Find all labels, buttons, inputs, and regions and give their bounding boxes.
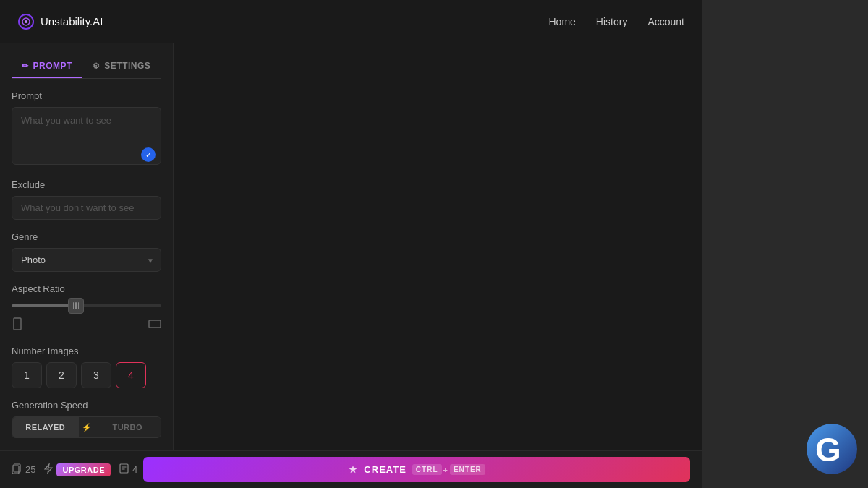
tab-bar: ✏ PROMPT ⚙ SETTINGS [12, 55, 161, 79]
tab-settings-label: SETTINGS [104, 61, 150, 71]
slider-line-2 [75, 302, 77, 309]
doc-count: 4 [132, 464, 137, 475]
speed-btn-relayed[interactable]: RELAYED [12, 417, 79, 437]
google-g-icon: G [807, 424, 857, 474]
num-btn-3[interactable]: 3 [81, 362, 111, 388]
speed-divider: ⚡ [79, 417, 95, 437]
kbd-plus: + [443, 466, 448, 474]
slider-line-1 [73, 302, 75, 309]
copy-icon [12, 463, 22, 476]
tab-prompt[interactable]: ✏ PROMPT [12, 55, 82, 78]
num-btn-2[interactable]: 2 [46, 362, 77, 388]
number-images-buttons: 1 2 3 4 [12, 362, 161, 388]
logo-text: Unstability.AI [41, 15, 103, 27]
prompt-input[interactable] [12, 107, 161, 165]
aspect-ratio-section: Aspect Ratio [12, 283, 161, 334]
svg-text:G: G [815, 431, 841, 468]
svg-rect-3 [14, 318, 21, 330]
stars-icon [348, 465, 358, 475]
slider-track [12, 304, 161, 307]
kbd-ctrl: Ctrl [412, 464, 442, 475]
tab-prompt-label: PROMPT [33, 61, 72, 71]
main-content: ✏ PROMPT ⚙ SETTINGS Prompt ✓ [0, 43, 702, 450]
genre-section: Genre Photo Art Illustration 3D Anime ▼ [12, 231, 161, 272]
upgrade-badge[interactable]: UPGRADE [56, 463, 111, 476]
number-images-section: Number Images 1 2 3 4 [12, 346, 161, 388]
pencil-icon: ✏ [22, 61, 29, 71]
num-btn-4[interactable]: 4 [116, 362, 146, 388]
genre-select-wrapper: Photo Art Illustration 3D Anime ▼ [12, 248, 161, 272]
create-label: CREATE [364, 464, 406, 475]
document-icon [119, 463, 129, 476]
tab-settings[interactable]: ⚙ SETTINGS [82, 55, 161, 78]
google-g-logo: G [807, 424, 857, 477]
bolt-icon [44, 463, 53, 476]
speed-btn-turbo[interactable]: TURBO [95, 417, 161, 437]
genre-select[interactable]: Photo Art Illustration 3D Anime [12, 248, 161, 272]
bottom-bar: 25 UPGRADE [0, 450, 702, 488]
nav-history[interactable]: History [596, 16, 628, 27]
left-panel: ✏ PROMPT ⚙ SETTINGS Prompt ✓ [0, 43, 174, 450]
slider-line-3 [78, 302, 80, 309]
generation-speed-section: Generation Speed RELAYED ⚡ TURBO [12, 400, 161, 438]
nav-account[interactable]: Account [647, 16, 684, 27]
stat-copy: 25 [12, 463, 35, 476]
aspect-ratio-container [12, 300, 161, 334]
outer-right: G [702, 0, 868, 488]
kbd-enter: Enter [450, 464, 485, 475]
landscape-aspect-icon[interactable] [148, 317, 161, 334]
exclude-section: Exclude [12, 179, 161, 220]
logo-icon [17, 13, 35, 30]
stat-bolt: UPGRADE [44, 463, 111, 476]
main-nav: Home History Account [548, 16, 684, 27]
logo: Unstability.AI [17, 13, 103, 30]
prompt-label: Prompt [12, 90, 161, 101]
create-button[interactable]: CREATE Ctrl + Enter [143, 457, 690, 482]
aspect-icons-row [12, 317, 161, 334]
exclude-label: Exclude [12, 179, 161, 190]
checkmark-icon: ✓ [141, 147, 156, 162]
svg-point-2 [25, 20, 27, 23]
num-btn-1[interactable]: 1 [12, 362, 42, 388]
exclude-input[interactable] [12, 196, 161, 220]
speed-buttons-group: RELAYED ⚡ TURBO [12, 416, 161, 438]
svg-rect-7 [120, 464, 128, 473]
right-panel [174, 43, 702, 450]
prompt-section: Prompt ✓ [12, 90, 161, 168]
gear-icon: ⚙ [93, 61, 101, 71]
generation-speed-label: Generation Speed [12, 400, 161, 411]
prompt-textarea-wrapper: ✓ [12, 107, 161, 168]
copy-count: 25 [25, 464, 35, 475]
number-images-label: Number Images [12, 346, 161, 356]
slider-thumb-lines [73, 302, 80, 309]
keyboard-hints: Ctrl + Enter [412, 464, 485, 475]
app-header: Unstability.AI Home History Account [0, 0, 702, 43]
nav-home[interactable]: Home [548, 16, 575, 27]
genre-label: Genre [12, 231, 161, 242]
portrait-aspect-icon[interactable] [12, 317, 25, 334]
stat-document: 4 [119, 463, 137, 476]
svg-rect-4 [149, 320, 161, 328]
slider-thumb[interactable] [68, 298, 84, 314]
aspect-ratio-label: Aspect Ratio [12, 283, 161, 294]
bottom-stats: 25 UPGRADE [12, 463, 137, 476]
